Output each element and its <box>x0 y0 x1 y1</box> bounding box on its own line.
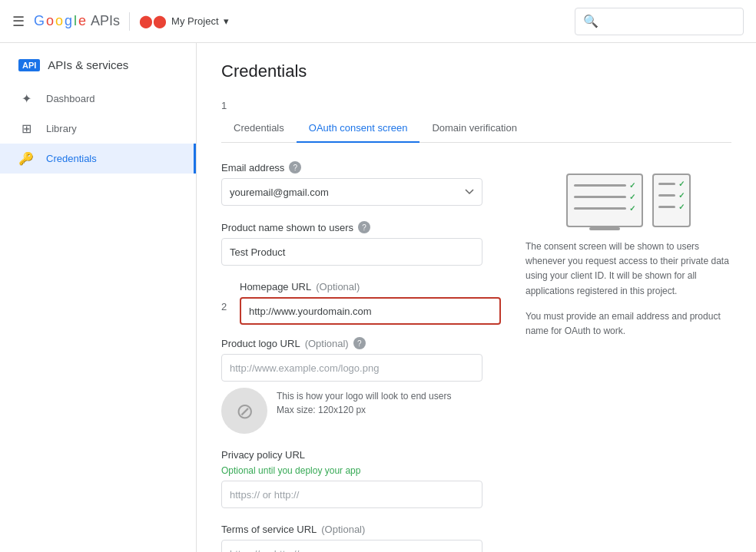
tos-label-row: Terms of service URL (Optional) <box>221 524 501 535</box>
two-col-layout: Email address ? youremail@gmail.com Prod… <box>221 161 731 552</box>
tos-input[interactable] <box>221 540 482 552</box>
email-help-icon[interactable]: ? <box>289 161 301 174</box>
product-name-label-text: Product name shown to users <box>221 222 353 233</box>
main-layout: API APIs & services ✦ Dashboard ⊞ Librar… <box>0 43 756 552</box>
logo-hint-text: This is how your logo will look to end u… <box>277 391 451 402</box>
sidebar-header: API APIs & services <box>0 49 196 84</box>
google-logo: Google APIs <box>34 13 120 29</box>
phone-device: ✓ ✓ ✓ <box>652 174 691 227</box>
privacy-label-text: Privacy policy URL <box>221 449 305 461</box>
divider <box>129 12 130 31</box>
sidebar-item-dashboard[interactable]: ✦ Dashboard <box>0 84 196 114</box>
tab-credentials[interactable]: Credentials <box>221 114 297 143</box>
phone-line-3: ✓ <box>658 203 685 211</box>
product-name-input[interactable] <box>221 238 482 266</box>
project-selector[interactable]: ⬤⬤ My Project ▾ <box>139 14 228 28</box>
logo-help-icon[interactable]: ? <box>353 337 366 349</box>
project-name: My Project <box>171 15 218 27</box>
logo-o1: o <box>46 13 54 29</box>
tos-label-text: Terms of service URL <box>221 524 317 535</box>
apis-text: APIs <box>88 13 120 29</box>
logo-url-label-text: Product logo URL <box>221 338 300 349</box>
product-name-label: Product name shown to users ? <box>221 221 501 233</box>
info-column: ✓ ✓ ✓ ✓ <box>526 161 731 552</box>
homepage-optional-text: (Optional) <box>316 281 360 293</box>
screen-line-2: ✓ <box>574 193 635 201</box>
credentials-icon: 🔑 <box>18 151 34 166</box>
logo-preview: ⊘ This is how your logo will look to end… <box>221 388 501 434</box>
email-select[interactable]: youremail@gmail.com <box>221 178 482 206</box>
screen-line-1: ✓ <box>574 181 635 190</box>
logo-size-text: Max size: 120x120 px <box>277 405 451 415</box>
sidebar-label-library: Library <box>46 123 77 134</box>
privacy-label-row: Privacy policy URL <box>221 449 501 461</box>
logo-g1: G <box>34 13 45 29</box>
logo-hint-block: This is how your logo will look to end u… <box>277 388 451 415</box>
logo-e: e <box>78 13 86 29</box>
tab-oauth-consent[interactable]: OAuth consent screen <box>297 114 420 143</box>
search-box[interactable]: 🔍 <box>575 8 744 35</box>
privacy-sublabel: Optional until you deploy your app <box>221 465 501 476</box>
product-name-group: Product name shown to users ? <box>221 221 501 266</box>
logo-o2: o <box>55 13 63 29</box>
api-badge: API <box>18 59 40 71</box>
dashboard-icon: ✦ <box>18 91 34 106</box>
library-icon: ⊞ <box>18 121 34 136</box>
homepage-label-text: Homepage URL <box>240 281 311 293</box>
tos-group: Terms of service URL (Optional) <box>221 524 501 552</box>
logo-url-group: Product logo URL (Optional) ? ⊘ This is … <box>221 337 501 434</box>
logo-g2: g <box>65 13 72 29</box>
logo-l: l <box>74 13 77 29</box>
sidebar-item-credentials[interactable]: 🔑 Credentials <box>0 144 196 174</box>
laptop-device: ✓ ✓ ✓ <box>566 174 643 227</box>
email-label-text: Email address <box>221 162 284 174</box>
topbar: ☰ Google APIs ⬤⬤ My Project ▾ 🔍 <box>0 0 756 43</box>
tab-domain-label: Domain verification <box>432 122 517 134</box>
sidebar: API APIs & services ✦ Dashboard ⊞ Librar… <box>0 43 197 552</box>
page-title: Credentials <box>221 61 731 81</box>
phone-line-2: ✓ <box>658 191 685 200</box>
privacy-input[interactable] <box>221 481 482 508</box>
search-icon: 🔍 <box>583 14 598 28</box>
step1-label: 1 <box>221 100 234 111</box>
tab-oauth-label: OAuth consent screen <box>309 122 408 134</box>
logo-url-input[interactable] <box>221 354 482 382</box>
tabs-bar: Credentials OAuth consent screen Domain … <box>221 114 731 143</box>
homepage-group: Homepage URL (Optional) <box>240 281 501 325</box>
phone-line-1: ✓ <box>658 180 685 188</box>
main-content: Credentials 1 Credentials OAuth consent … <box>197 43 756 552</box>
sidebar-label-dashboard: Dashboard <box>46 93 95 104</box>
email-group: Email address ? youremail@gmail.com <box>221 161 501 206</box>
sidebar-item-library[interactable]: ⊞ Library <box>0 114 196 144</box>
step2-label: 2 <box>221 281 234 312</box>
tab-credentials-label: Credentials <box>234 122 284 134</box>
sidebar-label-credentials: Credentials <box>46 153 97 164</box>
logo-optional-text: (Optional) <box>305 338 349 349</box>
sidebar-title: APIs & services <box>48 58 128 71</box>
form-column: Email address ? youremail@gmail.com Prod… <box>221 161 501 552</box>
homepage-label: Homepage URL (Optional) <box>240 281 501 293</box>
chevron-down-icon: ▾ <box>224 15 229 27</box>
hamburger-menu[interactable]: ☰ <box>12 13 25 30</box>
homepage-input[interactable] <box>240 297 501 325</box>
info-text-1: The consent screen will be shown to user… <box>526 240 731 299</box>
product-name-help-icon[interactable]: ? <box>358 221 370 233</box>
consent-illustration: ✓ ✓ ✓ ✓ <box>526 174 731 227</box>
tab-domain[interactable]: Domain verification <box>419 114 529 143</box>
logo-placeholder-icon: ⊘ <box>221 388 267 434</box>
project-icon: ⬤⬤ <box>139 14 167 28</box>
tos-optional-text: (Optional) <box>321 524 365 535</box>
privacy-group: Privacy policy URL Optional until you de… <box>221 449 501 508</box>
screen-line-3: ✓ <box>574 204 635 213</box>
email-label: Email address ? <box>221 161 501 174</box>
info-text-2: You must provide an email address and pr… <box>526 309 731 339</box>
topbar-left: ☰ Google APIs ⬤⬤ My Project ▾ <box>12 12 229 31</box>
logo-url-label: Product logo URL (Optional) ? <box>221 337 501 349</box>
